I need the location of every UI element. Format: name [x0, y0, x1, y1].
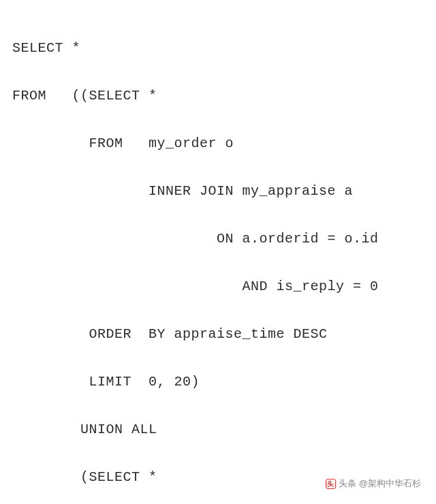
code-line: AND is_reply = 0 [12, 274, 436, 298]
watermark-prefix: 头条 [339, 476, 356, 492]
code-line: ON a.orderid = o.id [12, 227, 436, 251]
sql-code-block: SELECT * FROM ((SELECT * FROM my_order o… [12, 12, 436, 504]
code-line: FROM ((SELECT * [12, 84, 436, 108]
code-line: INNER JOIN my_appraise a [12, 179, 436, 203]
watermark-text: @架构中华石杉 [359, 476, 421, 492]
code-line: LIMIT 0, 20) [12, 370, 436, 394]
toutiao-icon: 头 [326, 479, 336, 489]
code-line: UNION ALL [12, 418, 436, 441]
icon-glyph: 头 [327, 478, 334, 490]
code-line: SELECT * [12, 36, 436, 60]
code-line: FROM my_order o [12, 131, 436, 155]
watermark: 头 头条 @架构中华石杉 [326, 476, 421, 492]
code-line: ORDER BY appraise_time DESC [12, 322, 436, 346]
